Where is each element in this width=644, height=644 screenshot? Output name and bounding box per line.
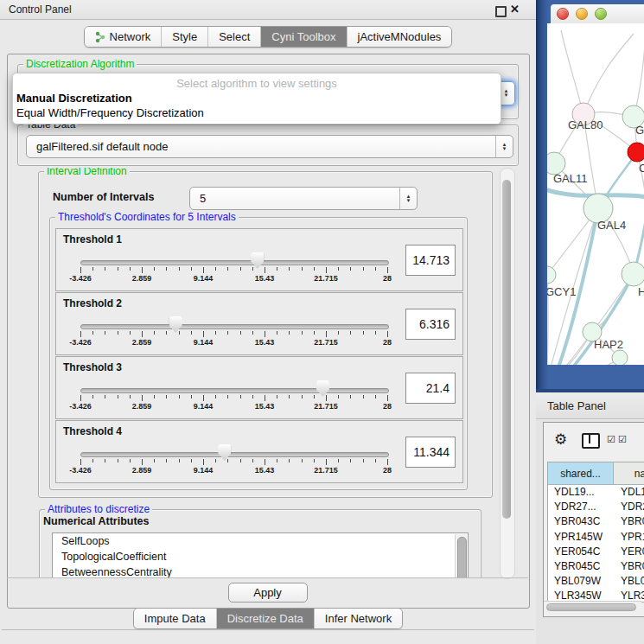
slider-track[interactable]	[80, 388, 389, 393]
threshold-label: Threshold 4	[63, 425, 122, 437]
threshold-value-field[interactable]: 11.344	[405, 437, 456, 468]
zoom-traffic-light-icon[interactable]	[595, 8, 607, 20]
cell-name: YBR0	[621, 515, 644, 527]
list-item[interactable]: BetweennessCentrality	[53, 564, 468, 577]
tab-label: Discretize Data	[227, 612, 303, 625]
minimize-traffic-light-icon[interactable]	[576, 8, 588, 20]
table-row[interactable]: YBR043CYBR0	[548, 514, 644, 529]
number-of-intervals-value: 5	[190, 192, 399, 205]
tab-cyni-toolbox[interactable]: Cyni Toolbox	[261, 27, 347, 47]
float-window-icon[interactable]	[495, 6, 507, 17]
checkbox-icon[interactable]: ☑	[607, 434, 615, 445]
network-canvas[interactable]: GAL80GACGAL11GAL4GCY1HHAP2	[547, 23, 644, 365]
tab-label: jActiveMNodules	[358, 30, 442, 43]
close-traffic-light-icon[interactable]	[557, 8, 569, 20]
node-table[interactable]: shared... na YDL19...YDL1YDR27...YDR2YBR…	[547, 462, 644, 603]
threshold-panel-4: Threshold 4-3.4262.8599.14415.4321.71528…	[55, 420, 463, 483]
combo-arrows-icon[interactable]: ▲▼	[399, 188, 417, 209]
cell-shared-name: YBR043C	[554, 515, 600, 527]
table-panel: ⚙ ☑ ☑ shared... na YDL19...YDL1YDR27...Y…	[543, 422, 644, 617]
network-node[interactable]	[612, 350, 628, 365]
table-panel-header: Table Panel	[536, 392, 644, 419]
control-panel-titlebar: Control Panel ✕	[0, 0, 536, 20]
settings-scroll-viewport: Interval Definition Number of Intervals …	[12, 168, 496, 577]
dropdown-item-equal-width[interactable]: Equal Width/Frequency Discretization	[16, 106, 204, 119]
tab-jactivemnodules[interactable]: jActiveMNodules	[348, 27, 452, 47]
tab-label: Select	[219, 30, 250, 43]
cell-shared-name: YDL19...	[554, 486, 595, 498]
checkbox-icon[interactable]: ☑	[618, 434, 627, 445]
table-row[interactable]: YBL079WYBL0	[548, 574, 644, 589]
column-header-name[interactable]: na	[614, 462, 644, 485]
tab-discretize-data[interactable]: Discretize Data	[217, 609, 315, 628]
threshold-label: Threshold 1	[63, 233, 122, 245]
table-horizontal-scrollbar[interactable]	[544, 601, 641, 613]
slider-tick-labels: -3.4262.8599.14415.4321.71528	[80, 466, 387, 476]
slider-ticks	[80, 267, 387, 274]
table-row[interactable]: YDR27...YDR2	[548, 500, 644, 514]
node-label: GAL80	[568, 118, 603, 131]
table-data-combobox[interactable]: galFiltered.sif default node ▲▼	[26, 135, 513, 158]
apply-button[interactable]: Apply	[228, 583, 308, 603]
columns-icon[interactable]	[582, 433, 600, 449]
network-view-window: GAL80GACGAL11GAL4GCY1HHAP2	[536, 0, 644, 392]
slider-ticks	[80, 459, 387, 466]
network-edge	[583, 34, 634, 114]
slider-tick-labels: -3.4262.8599.14415.4321.71528	[80, 274, 387, 284]
table-row[interactable]: YBR045CYBR0	[548, 559, 644, 574]
threshold-value-field[interactable]: 21.4	[405, 373, 456, 404]
cell-name: YDR2	[621, 501, 644, 513]
tab-style[interactable]: Style	[162, 27, 208, 47]
close-icon[interactable]: ✕	[510, 3, 520, 16]
slider-track[interactable]	[80, 260, 389, 265]
table-panel-title: Table Panel	[547, 399, 606, 412]
numerical-attributes-list[interactable]: SelfLoopsTopologicalCoefficientBetweenne…	[52, 532, 469, 577]
threshold-value-field[interactable]: 14.713	[405, 245, 456, 276]
algorithm-group-title: Discretization Algorithm	[23, 58, 137, 70]
network-node-h[interactable]	[622, 262, 644, 286]
combo-arrows-icon[interactable]: ▲▼	[495, 136, 513, 157]
table-row[interactable]: YDL19...YDL1	[548, 485, 644, 500]
list-item[interactable]: SelfLoops	[53, 533, 468, 549]
number-of-intervals-combobox[interactable]: 5 ▲▼	[189, 187, 418, 210]
panel-title: Control Panel	[9, 3, 72, 16]
network-node-c[interactable]	[628, 143, 644, 162]
slider-tick-labels: -3.4262.8599.14415.4321.71528	[80, 402, 387, 412]
tab-network[interactable]: Network	[85, 27, 163, 47]
tab-impute-data[interactable]: Impute Data	[134, 609, 217, 628]
cell-shared-name: YPR145W	[554, 531, 603, 543]
table-row[interactable]: YPR145WYPR1	[548, 530, 644, 545]
interval-group-title: Interval Definition	[44, 168, 130, 177]
table-data-value: galFiltered.sif default node	[27, 140, 495, 153]
node-label: HAP2	[594, 338, 623, 351]
column-header-shared-name[interactable]: shared...	[548, 462, 614, 485]
slider-track[interactable]	[80, 324, 389, 329]
screenshot-root: Control Panel ✕ NetworkStyleSelectCyni T…	[0, 0, 644, 644]
main-vertical-scrollbar[interactable]	[500, 168, 515, 579]
gear-icon[interactable]: ⚙	[554, 430, 567, 449]
threshold-label: Threshold 2	[63, 297, 122, 309]
list-item[interactable]: TopologicalCoefficient	[53, 549, 468, 564]
threshold-panel-2: Threshold 2-3.4262.8599.14415.4321.71528…	[55, 292, 463, 355]
table-toolbar: ⚙ ☑ ☑	[544, 423, 644, 457]
table-row[interactable]: YER054CYER0	[548, 545, 644, 559]
threshold-panel-3: Threshold 3-3.4262.8599.14415.4321.71528…	[55, 356, 463, 419]
cell-shared-name: YDR27...	[554, 501, 596, 513]
attributes-scrollbar[interactable]	[455, 534, 467, 577]
interval-definition-group: Interval Definition Number of Intervals …	[38, 171, 493, 498]
threshold-label: Threshold 3	[63, 361, 122, 373]
slider-ticks	[80, 331, 387, 338]
dropdown-item-manual-discretization[interactable]: Manual Discretization	[16, 92, 132, 105]
threshold-panel-1: Threshold 1-3.4262.8599.14415.4321.71528…	[55, 228, 463, 291]
network-node-gcy1[interactable]	[547, 266, 556, 284]
tab-infer-network[interactable]: Infer Network	[315, 609, 402, 628]
network-edge	[561, 30, 583, 114]
cell-shared-name: YER054C	[554, 545, 600, 558]
tab-select[interactable]: Select	[208, 27, 261, 47]
numerical-attributes-label: Numerical Attributes	[43, 515, 149, 527]
slider-track[interactable]	[80, 452, 389, 457]
threshold-value-field[interactable]: 6.316	[405, 309, 456, 340]
tab-label: Cyni Toolbox	[271, 30, 335, 43]
node-label: C	[639, 162, 644, 175]
cell-shared-name: YBL079W	[554, 575, 601, 587]
